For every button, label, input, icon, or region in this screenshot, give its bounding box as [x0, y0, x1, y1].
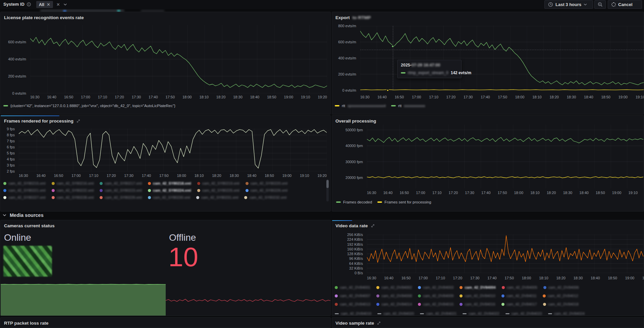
panel-header[interactable]: Export to RTMP [332, 12, 644, 21]
camera-legend-item[interactable]: cam_42_SY80218.xml [148, 181, 191, 185]
camera-legend-item[interactable]: cam_42_DV84010 [460, 294, 495, 298]
panel-header[interactable]: Video data rate [332, 220, 644, 229]
legend-item[interactable]: Frames decoded [336, 200, 372, 204]
camera-legend-item[interactable]: cam_42_SY80226.xml [246, 188, 288, 192]
camera-legend-item[interactable]: cam_42_DV84016 [460, 302, 495, 306]
camera-label-redacted: cam_42_DV84012 [548, 294, 578, 298]
y-axis-ticks: 600 evts/m400 evts/m200 evts/m0 evts/m [1, 22, 29, 96]
variable-value-chip[interactable]: All ✕ [36, 1, 53, 8]
legend-item[interactable]: rtt spssssssssssssssssot [335, 104, 386, 108]
clear-selection-icon[interactable]: ✕ [56, 2, 60, 7]
panel-header[interactable]: Video sample rate [332, 318, 644, 326]
camera-legend-item[interactable]: cam_42_DV84023 [505, 312, 542, 316]
camera-legend-item[interactable]: cam_42_DV84012 [543, 294, 578, 298]
chip-remove-icon[interactable]: ✕ [47, 2, 50, 7]
x-tick-label: 18:20 [547, 191, 556, 195]
camera-legend-item[interactable]: cam_42_SY80230.xml [148, 195, 190, 199]
legend-scrollbar[interactable] [326, 179, 329, 201]
export-line-chart[interactable] [360, 26, 644, 90]
legend-item[interactable]: rtt sssssssssss [391, 104, 425, 108]
camera-legend-item[interactable]: cam_42_SY80224.xml [148, 188, 191, 192]
panel-header[interactable]: RTP packet loss rate [1, 318, 330, 326]
camera-legend-item[interactable]: cam_42_SY80217.xml [100, 181, 142, 185]
series-marker [420, 313, 424, 314]
chevron-down-icon[interactable] [63, 3, 67, 6]
legend-row: cam_42_DV84019 cam_42_DV84020 cam_42_DV8… [335, 310, 642, 316]
x-tick-label: 16:50 [395, 95, 404, 100]
zoom-out-time-button[interactable] [594, 0, 606, 9]
camera-label-redacted: cam_42_SY80230.xml [153, 195, 190, 199]
camera-legend-item[interactable]: cam_42_DV84018 [543, 302, 579, 306]
camera-legend-item[interactable]: cam_42_SY80222.xml [52, 188, 94, 192]
camera-legend-item[interactable]: cam_42_DV84022 [463, 312, 499, 316]
camera-label-redacted: cam_42_SY80216.xml [57, 181, 94, 185]
camera-legend-item[interactable]: cam_42_DV84007 [335, 294, 370, 298]
x-tick-label: 17:50 [498, 191, 507, 195]
panel-links-icon[interactable] [377, 321, 381, 325]
camera-legend-item[interactable]: cam_42_DV84021 [420, 312, 457, 316]
camera-legend-item[interactable]: cam_42_DV84008 [376, 294, 412, 298]
refresh-cancel-button[interactable]: Cancel [608, 0, 642, 9]
scrollbar-thumb[interactable] [326, 180, 329, 188]
camera-legend-item[interactable]: cam_42_SY80228.xml [52, 195, 94, 199]
panel-header[interactable]: Overall processing [332, 115, 644, 124]
x-tick-label: 19:00 [619, 95, 628, 100]
camera-legend-item[interactable]: cam_42_SY80227.xml [3, 195, 46, 199]
camera-legend-item[interactable]: cam_42_DV84015 [418, 302, 453, 306]
camera-legend-item[interactable]: cam_42_DV84004 [460, 285, 495, 289]
camera-legend-item[interactable]: cam_42_DV84003 [418, 285, 453, 289]
camera-legend-item[interactable]: cam_42_SY80221.xml [3, 188, 46, 192]
camera-legend-item[interactable]: cam_42_SY80220.xml [246, 181, 288, 185]
x-tick-label: 18:10 [195, 174, 204, 178]
camera-legend-item[interactable]: cam_42_SY80229.xml [100, 195, 142, 199]
camera-legend-item[interactable]: cam_42_SY80232.xml [244, 195, 286, 199]
series-marker [505, 313, 509, 314]
panel-links-icon[interactable] [76, 119, 80, 123]
x-tick-label: 17:00 [71, 174, 81, 178]
panel-rtp-packet-loss: RTP packet loss rate [0, 317, 331, 328]
x-tick-label: 18:50 [596, 191, 605, 195]
camera-label-redacted: cam_42_DV84022 [469, 312, 499, 316]
stat-offline-label: Offline [169, 232, 196, 243]
camera-legend-item[interactable]: cam_42_DV84024 [548, 312, 585, 316]
time-range-picker[interactable]: Last 3 hours [544, 0, 593, 9]
camera-label-redacted: cam_42_DV84014 [381, 302, 412, 306]
camera-legend-item[interactable]: cam_42_DV84014 [376, 302, 412, 306]
camera-legend-item[interactable]: cam_42_SY80223.xml [100, 188, 142, 192]
x-tick-label: 17:20 [115, 95, 124, 100]
panel-header[interactable]: License plate recognition events rate [1, 12, 330, 21]
info-icon[interactable] [26, 2, 31, 7]
legend-item[interactable]: Frames sent for processing [377, 200, 431, 204]
frames-line-chart[interactable] [19, 129, 327, 171]
camera-legend-item[interactable]: cam_42_DV84005 [502, 285, 537, 289]
legend-item[interactable]: {cluster="42", instance="127.0.0.1:8880"… [3, 104, 178, 108]
panel-header[interactable]: Cameras current status [1, 220, 330, 229]
overall-line-chart[interactable] [367, 125, 643, 188]
camera-legend-item[interactable]: cam_42_DV84002 [376, 285, 412, 289]
hovered-point-green [391, 45, 394, 48]
camera-legend-item[interactable]: cam_42_DV84020 [377, 312, 414, 316]
camera-legend-item[interactable]: cam_42_DV84006 [543, 285, 579, 289]
panel-links-icon[interactable] [371, 224, 375, 228]
camera-legend-item[interactable]: cam_42_SY80225.xml [197, 188, 239, 192]
lpr-line-chart[interactable] [30, 25, 327, 93]
camera-legend-item[interactable]: cam_42_DV84011 [501, 294, 537, 298]
series-label: rtt [398, 104, 401, 108]
x-tick-label: 18:40 [591, 276, 600, 281]
video-rate-line-chart[interactable] [367, 235, 643, 273]
camera-label-redacted: cam_42_SY80218.xml [153, 181, 191, 185]
panel-header[interactable]: Frames rendered for processing [1, 115, 330, 124]
camera-legend-item[interactable]: cam_42_SY80231.xml [196, 195, 238, 199]
camera-legend-item[interactable]: cam_42_DV84009 [418, 294, 453, 298]
x-tick-label: 18:20 [556, 276, 566, 281]
row-media-sources[interactable]: Media sources [3, 213, 44, 218]
camera-legend-item[interactable]: cam_42_SY80216.xml [52, 181, 94, 185]
x-tick-label: 19:20 [317, 174, 327, 178]
camera-legend-item[interactable]: cam_42_DV84017 [501, 302, 537, 306]
variable-select[interactable]: ✕ [54, 1, 69, 8]
camera-legend-item[interactable]: cam_42_SY80219.xml [197, 181, 239, 185]
camera-legend-item[interactable]: cam_42_DV84013 [335, 302, 370, 306]
camera-legend-item[interactable]: cam_42_SY80215.xml [3, 181, 46, 185]
camera-legend-item[interactable]: cam_42_DV84001 [335, 285, 370, 289]
camera-legend-item[interactable]: cam_42_DV84019 [335, 312, 371, 316]
